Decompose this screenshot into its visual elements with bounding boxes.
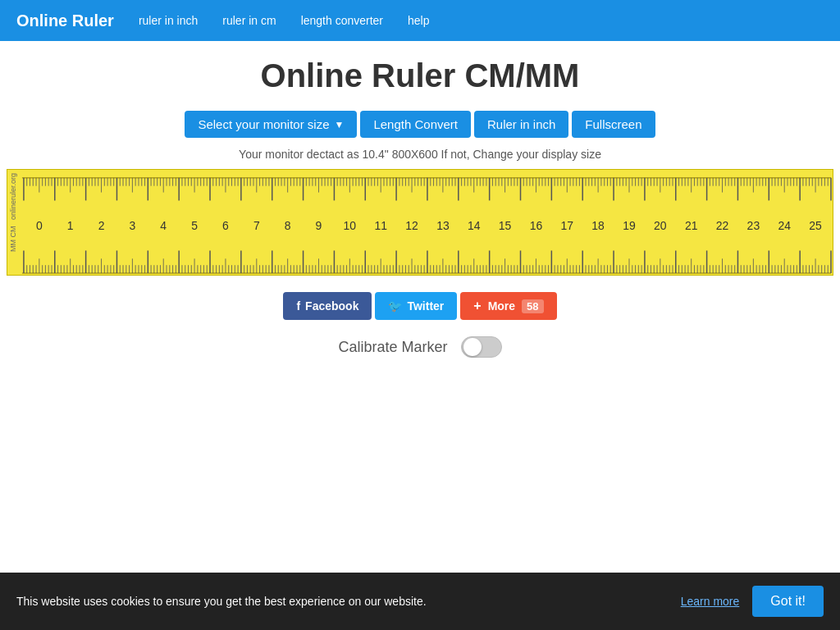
fullscreen-button[interactable]: Fullscreen xyxy=(572,111,655,138)
svg-text:6: 6 xyxy=(222,219,229,232)
svg-text:17: 17 xyxy=(561,219,574,232)
calibrate-label: Calibrate Marker xyxy=(338,339,447,356)
more-count: 58 xyxy=(522,299,543,313)
nav-link[interactable]: length converter xyxy=(301,14,383,27)
svg-text:11: 11 xyxy=(374,219,387,232)
toggle-knob xyxy=(463,338,482,356)
main-content: Online Ruler CM/MM Select your monitor s… xyxy=(0,41,840,358)
svg-text:1: 1 xyxy=(67,219,74,232)
facebook-icon: f xyxy=(296,299,300,313)
svg-text:0: 0 xyxy=(36,219,43,232)
svg-text:16: 16 xyxy=(530,219,543,232)
svg-text:20: 20 xyxy=(654,219,667,232)
calibrate-section: Calibrate Marker xyxy=(0,336,840,358)
svg-text:18: 18 xyxy=(591,219,605,232)
page-title: Online Ruler CM/MM xyxy=(0,57,840,94)
twitter-button[interactable]: 🐦 Twitter xyxy=(375,292,457,320)
select-monitor-button[interactable]: Select your monitor size ▼ xyxy=(185,111,357,138)
svg-text:9: 9 xyxy=(316,219,322,232)
calibrate-toggle[interactable] xyxy=(461,336,502,358)
toolbar: Select your monitor size ▼ Length Conver… xyxy=(0,111,840,138)
monitor-info: Your monitor dectact as 10.4" 800X600 If… xyxy=(0,148,840,161)
svg-text:5: 5 xyxy=(191,219,198,232)
navbar: Online Ruler ruler in inch ruler in cm l… xyxy=(0,0,840,41)
svg-text:3: 3 xyxy=(130,219,136,232)
facebook-button[interactable]: f Facebook xyxy=(283,292,372,320)
svg-text:2: 2 xyxy=(98,219,105,232)
twitter-icon: 🐦 xyxy=(388,299,402,313)
plus-icon: + xyxy=(473,299,481,313)
nav-link[interactable]: help xyxy=(408,14,429,27)
svg-text:4: 4 xyxy=(160,219,167,232)
nav-link[interactable]: ruler in inch xyxy=(139,14,198,27)
ruler-svg: 0123456789101112131415161718192021222324… xyxy=(7,170,833,275)
brand[interactable]: Online Ruler xyxy=(16,11,114,30)
dropdown-arrow-icon: ▼ xyxy=(335,119,345,130)
svg-text:24: 24 xyxy=(778,219,791,232)
svg-text:22: 22 xyxy=(716,219,729,232)
ruler-inch-button[interactable]: Ruler in inch xyxy=(474,111,568,138)
nav-link[interactable]: ruler in cm xyxy=(222,14,276,27)
more-button[interactable]: + More 58 xyxy=(460,292,556,320)
svg-text:12: 12 xyxy=(405,219,418,232)
social-bar: f Facebook 🐦 Twitter + More 58 xyxy=(0,292,840,320)
svg-text:14: 14 xyxy=(468,219,481,232)
svg-text:10: 10 xyxy=(344,219,357,232)
svg-text:25: 25 xyxy=(809,219,822,232)
length-convert-button[interactable]: Length Convert xyxy=(360,111,471,138)
svg-text:7: 7 xyxy=(253,219,260,232)
svg-text:23: 23 xyxy=(747,219,760,232)
svg-text:15: 15 xyxy=(499,219,512,232)
svg-text:8: 8 xyxy=(285,219,291,232)
ruler: MM CM onlineruler.org 012345678910111213… xyxy=(7,169,833,276)
svg-text:19: 19 xyxy=(623,219,636,232)
svg-text:21: 21 xyxy=(685,219,698,232)
svg-text:13: 13 xyxy=(436,219,450,232)
ruler-label: MM CM onlineruler.org xyxy=(9,173,18,252)
